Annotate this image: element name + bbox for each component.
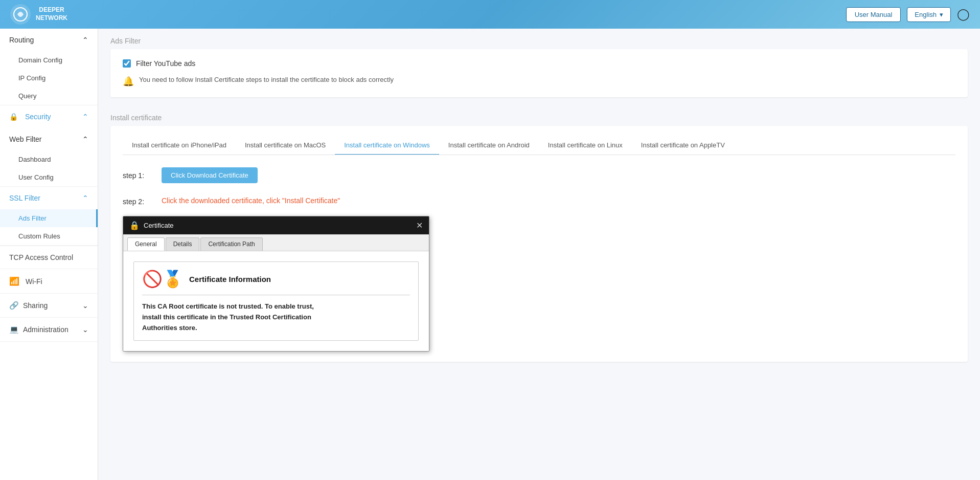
step2-row: step 2: Click the downloaded certificate…: [123, 193, 955, 206]
cert-dialog-wrapper: 🔒 Certificate ✕ General Details Certific…: [123, 216, 955, 352]
sidebar-item-routing[interactable]: Routing ⌃: [0, 29, 98, 51]
administration-section: 💻 Administration ⌄: [0, 318, 98, 342]
ssl-filter-section: SSL Filter ⌃ Ads Filter Custom Rules: [0, 187, 98, 246]
cert-info-title: Certificate Information: [189, 275, 271, 283]
cert-tab-cert-path[interactable]: Certification Path: [200, 237, 262, 251]
filter-youtube-checkbox[interactable]: [123, 59, 131, 68]
alert-row: 🔔 You need to follow Install Certificate…: [123, 76, 955, 87]
chevron-down-icon-sharing: ⌄: [82, 301, 88, 310]
wifi-section: 📶 Wi-Fi: [0, 269, 98, 294]
cert-dialog-title: 🔒 Certificate: [129, 221, 174, 230]
sidebar: Routing ⌃ Domain Config IP Config Query …: [0, 29, 98, 480]
chevron-up-icon-ssl: ⌃: [82, 194, 88, 202]
sidebar-item-custom-rules[interactable]: Custom Rules: [0, 227, 98, 245]
cert-dialog-content: 🚫🏅 Certificate Information This CA Root …: [123, 251, 429, 351]
sidebar-item-sharing[interactable]: 🔗 Sharing ⌄: [0, 294, 98, 317]
security-submenu: Web Filter ⌃ Dashboard User Config SSL F…: [0, 128, 98, 246]
user-icon[interactable]: ◯: [957, 8, 970, 21]
main-content: Ads Filter Filter YouTube ads 🔔 You need…: [98, 29, 980, 480]
sidebar-item-tcp-access-control[interactable]: TCP Access Control: [0, 246, 98, 269]
share-icon: 🔗: [9, 301, 19, 310]
tcp-section: TCP Access Control: [0, 246, 98, 269]
logo-icon: [10, 4, 31, 25]
cert-dialog-titlebar: 🔒 Certificate ✕: [123, 216, 429, 234]
install-cert-section-label: Install certificate: [98, 105, 980, 126]
step1-label: step 1:: [123, 171, 153, 180]
logo-text: DEEPER NETWORK: [36, 6, 67, 22]
header-actions: User Manual English ▾ ◯: [846, 7, 970, 22]
cert-tab-details[interactable]: Details: [166, 237, 200, 251]
cert-dialog-tabs: General Details Certification Path: [123, 234, 429, 251]
sidebar-item-query[interactable]: Query: [0, 87, 98, 105]
chevron-up-icon: ⌃: [82, 36, 88, 44]
app-header: DEEPER NETWORK User Manual English ▾ ◯: [0, 0, 980, 29]
lang-label: English: [915, 11, 937, 18]
cert-dialog-icon: 🔒: [129, 221, 140, 230]
user-manual-button[interactable]: User Manual: [846, 7, 901, 22]
ads-filter-card: Filter YouTube ads 🔔 You need to follow …: [110, 49, 968, 97]
step1-row: step 1: Click Download Certificate: [123, 167, 955, 183]
routing-submenu: Domain Config IP Config Query: [0, 51, 98, 105]
tab-linux[interactable]: Install certificate on Linux: [539, 136, 632, 155]
filter-youtube-row: Filter YouTube ads: [123, 59, 955, 68]
monitor-icon: 💻: [9, 325, 19, 334]
sidebar-item-user-config[interactable]: User Config: [0, 168, 98, 186]
tab-appletv[interactable]: Install certificate on AppleTV: [632, 136, 734, 155]
sidebar-item-domain-config[interactable]: Domain Config: [0, 51, 98, 69]
cert-dialog-close-button[interactable]: ✕: [416, 221, 423, 230]
sidebar-item-dashboard[interactable]: Dashboard: [0, 150, 98, 168]
install-cert-card: Install certificate on iPhone/iPad Insta…: [110, 126, 968, 362]
tab-android[interactable]: Install certificate on Android: [439, 136, 539, 155]
sharing-section: 🔗 Sharing ⌄: [0, 294, 98, 318]
filter-youtube-label[interactable]: Filter YouTube ads: [136, 59, 195, 68]
lock-icon: 🔒: [9, 113, 18, 121]
web-filter-section: Web Filter ⌃ Dashboard User Config: [0, 128, 98, 187]
cert-warning-icon: 🚫🏅: [142, 269, 183, 289]
web-filter-submenu: Dashboard User Config: [0, 150, 98, 186]
sidebar-item-ip-config[interactable]: IP Config: [0, 69, 98, 87]
logo: DEEPER NETWORK: [10, 4, 67, 25]
step2-text: Click the downloaded certificate, click …: [162, 197, 340, 205]
tab-iphone-ipad[interactable]: Install certificate on iPhone/iPad: [123, 136, 236, 155]
alert-bell-icon: 🔔: [123, 76, 134, 87]
alert-text: You need to follow Install Certificate s…: [139, 76, 394, 83]
chevron-up-icon-webfilter: ⌃: [82, 135, 88, 143]
language-selector[interactable]: English ▾: [907, 7, 951, 22]
tab-windows[interactable]: Install certificate on Windows: [335, 136, 439, 155]
sidebar-item-ssl-filter[interactable]: SSL Filter ⌃: [0, 187, 98, 209]
main-layout: Routing ⌃ Domain Config IP Config Query …: [0, 29, 980, 480]
sidebar-item-web-filter[interactable]: Web Filter ⌃: [0, 128, 98, 150]
wifi-icon: 📶: [9, 276, 19, 286]
chevron-down-icon-admin: ⌄: [82, 325, 88, 334]
security-section: 🔒 Security ⌃ Web Filter ⌃ Dashboard User…: [0, 105, 98, 246]
sidebar-item-security[interactable]: 🔒 Security ⌃: [0, 105, 98, 128]
routing-section: Routing ⌃ Domain Config IP Config Query: [0, 29, 98, 105]
cert-info-box: 🚫🏅 Certificate Information This CA Root …: [133, 261, 419, 341]
tab-macos[interactable]: Install certificate on MacOS: [236, 136, 335, 155]
chevron-up-icon-security: ⌃: [82, 113, 88, 121]
cert-tabs-row: Install certificate on iPhone/iPad Insta…: [123, 136, 955, 155]
sidebar-item-administration[interactable]: 💻 Administration ⌄: [0, 318, 98, 341]
step2-label: step 2:: [123, 198, 153, 206]
ads-filter-section-label: Ads Filter: [98, 29, 980, 49]
cert-dialog: 🔒 Certificate ✕ General Details Certific…: [123, 216, 429, 352]
ssl-filter-submenu: Ads Filter Custom Rules: [0, 209, 98, 245]
chevron-down-icon: ▾: [940, 11, 943, 18]
cert-info-body: This CA Root certificate is not trusted.…: [142, 301, 410, 333]
download-certificate-button[interactable]: Click Download Certificate: [162, 167, 258, 183]
cert-info-header: 🚫🏅 Certificate Information: [142, 269, 410, 295]
sidebar-item-ads-filter[interactable]: Ads Filter: [0, 209, 98, 227]
cert-tab-general[interactable]: General: [127, 237, 165, 251]
sidebar-item-wifi[interactable]: 📶 Wi-Fi: [0, 269, 98, 293]
